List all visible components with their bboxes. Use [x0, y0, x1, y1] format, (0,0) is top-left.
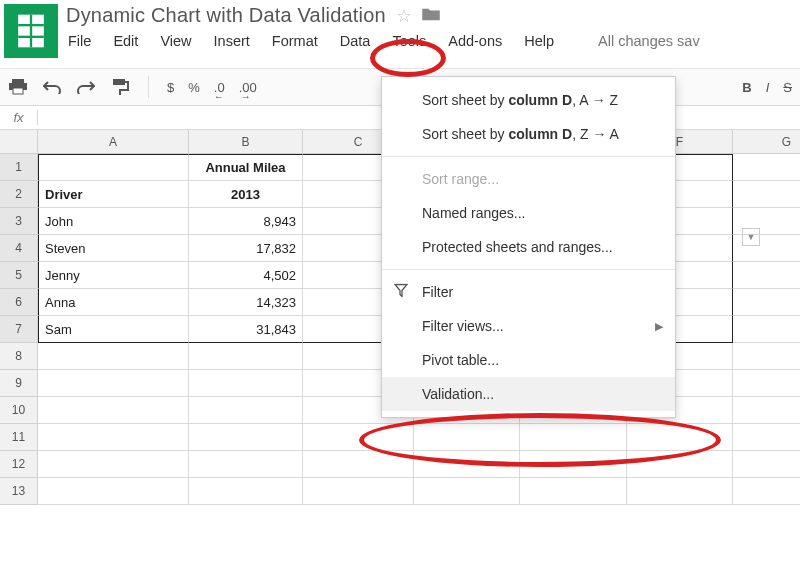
- cell[interactable]: [38, 343, 189, 370]
- menu-sort-desc[interactable]: Sort sheet by column D, Z → A: [382, 117, 675, 151]
- select-all-corner[interactable]: [0, 130, 38, 154]
- cell[interactable]: [520, 451, 627, 478]
- increase-decimal-button[interactable]: .00→: [239, 80, 257, 95]
- row-header[interactable]: 7: [0, 316, 38, 343]
- document-title[interactable]: Dynamic Chart with Data Validation: [66, 4, 386, 27]
- menu-format[interactable]: Format: [272, 33, 318, 49]
- menu-named-ranges[interactable]: Named ranges...: [382, 196, 675, 230]
- italic-button[interactable]: I: [766, 80, 770, 95]
- menu-insert[interactable]: Insert: [214, 33, 250, 49]
- cell[interactable]: [733, 154, 800, 181]
- cell[interactable]: [38, 154, 189, 181]
- cell-dropdown-indicator[interactable]: ▼: [742, 228, 760, 246]
- cell[interactable]: [627, 478, 733, 505]
- cell[interactable]: [733, 397, 800, 424]
- cell[interactable]: Annual Milea: [189, 154, 303, 181]
- cell[interactable]: 31,843: [189, 316, 303, 343]
- row-header[interactable]: 3: [0, 208, 38, 235]
- print-icon[interactable]: [8, 77, 28, 97]
- cell[interactable]: [733, 181, 800, 208]
- menu-pivot-table[interactable]: Pivot table...: [382, 343, 675, 377]
- row-header[interactable]: 4: [0, 235, 38, 262]
- bold-button[interactable]: B: [742, 80, 751, 95]
- cell[interactable]: [520, 424, 627, 451]
- menu-protected-ranges[interactable]: Protected sheets and ranges...: [382, 230, 675, 264]
- folder-icon[interactable]: [422, 7, 440, 24]
- column-header[interactable]: A: [38, 130, 189, 154]
- cell[interactable]: 14,323: [189, 289, 303, 316]
- row-header[interactable]: 8: [0, 343, 38, 370]
- cell[interactable]: [38, 370, 189, 397]
- currency-button[interactable]: $: [167, 80, 174, 95]
- cell[interactable]: [733, 478, 800, 505]
- strike-button[interactable]: S: [783, 80, 792, 95]
- menu-file[interactable]: File: [68, 33, 91, 49]
- cell[interactable]: [733, 316, 800, 343]
- star-icon[interactable]: ☆: [396, 5, 412, 27]
- undo-icon[interactable]: [42, 77, 62, 97]
- column-header[interactable]: B: [189, 130, 303, 154]
- data-menu-dropdown: Sort sheet by column D, A → Z Sort sheet…: [381, 76, 676, 418]
- cell[interactable]: 17,832: [189, 235, 303, 262]
- cell[interactable]: [520, 478, 627, 505]
- column-header[interactable]: G: [733, 130, 800, 154]
- menu-bar: File Edit View Insert Format Data Tools …: [66, 27, 800, 49]
- cell[interactable]: [189, 478, 303, 505]
- cell[interactable]: [733, 289, 800, 316]
- cell[interactable]: [38, 424, 189, 451]
- cell[interactable]: [189, 451, 303, 478]
- cell[interactable]: [414, 424, 520, 451]
- redo-icon[interactable]: [76, 77, 96, 97]
- cell[interactable]: Steven: [38, 235, 189, 262]
- cell[interactable]: [38, 397, 189, 424]
- menu-validation[interactable]: Validation...: [382, 377, 675, 411]
- percent-button[interactable]: %: [188, 80, 200, 95]
- cell[interactable]: [303, 424, 414, 451]
- cell[interactable]: [38, 478, 189, 505]
- cell[interactable]: [733, 262, 800, 289]
- menu-filter-views[interactable]: Filter views...▶: [382, 309, 675, 343]
- cell[interactable]: [414, 451, 520, 478]
- menu-sort-asc[interactable]: Sort sheet by column D, A → Z: [382, 83, 675, 117]
- row-header[interactable]: 1: [0, 154, 38, 181]
- cell[interactable]: [733, 343, 800, 370]
- cell[interactable]: Jenny: [38, 262, 189, 289]
- cell[interactable]: [189, 343, 303, 370]
- row-header[interactable]: 6: [0, 289, 38, 316]
- cell[interactable]: Sam: [38, 316, 189, 343]
- menu-view[interactable]: View: [160, 33, 191, 49]
- row-header[interactable]: 5: [0, 262, 38, 289]
- cell[interactable]: Anna: [38, 289, 189, 316]
- cell[interactable]: Driver: [38, 181, 189, 208]
- row-header[interactable]: 9: [0, 370, 38, 397]
- cell[interactable]: John: [38, 208, 189, 235]
- cell[interactable]: [303, 478, 414, 505]
- cell[interactable]: [733, 424, 800, 451]
- cell[interactable]: 2013: [189, 181, 303, 208]
- row-header[interactable]: 11: [0, 424, 38, 451]
- menu-edit[interactable]: Edit: [113, 33, 138, 49]
- row-header[interactable]: 12: [0, 451, 38, 478]
- cell[interactable]: [303, 451, 414, 478]
- menu-help[interactable]: Help: [524, 33, 554, 49]
- cell[interactable]: [627, 424, 733, 451]
- cell[interactable]: [627, 451, 733, 478]
- cell[interactable]: 8,943: [189, 208, 303, 235]
- menu-data[interactable]: Data: [340, 33, 371, 49]
- paint-format-icon[interactable]: [110, 77, 130, 97]
- cell[interactable]: [414, 478, 520, 505]
- menu-addons[interactable]: Add-ons: [448, 33, 502, 49]
- decrease-decimal-button[interactable]: .0←: [214, 80, 225, 95]
- menu-tools[interactable]: Tools: [392, 33, 426, 49]
- cell[interactable]: [38, 451, 189, 478]
- cell[interactable]: [189, 424, 303, 451]
- row-header[interactable]: 2: [0, 181, 38, 208]
- row-header[interactable]: 10: [0, 397, 38, 424]
- cell[interactable]: 4,502: [189, 262, 303, 289]
- menu-filter[interactable]: Filter: [382, 275, 675, 309]
- cell[interactable]: [189, 397, 303, 424]
- cell[interactable]: [733, 370, 800, 397]
- cell[interactable]: [189, 370, 303, 397]
- row-header[interactable]: 13: [0, 478, 38, 505]
- cell[interactable]: [733, 451, 800, 478]
